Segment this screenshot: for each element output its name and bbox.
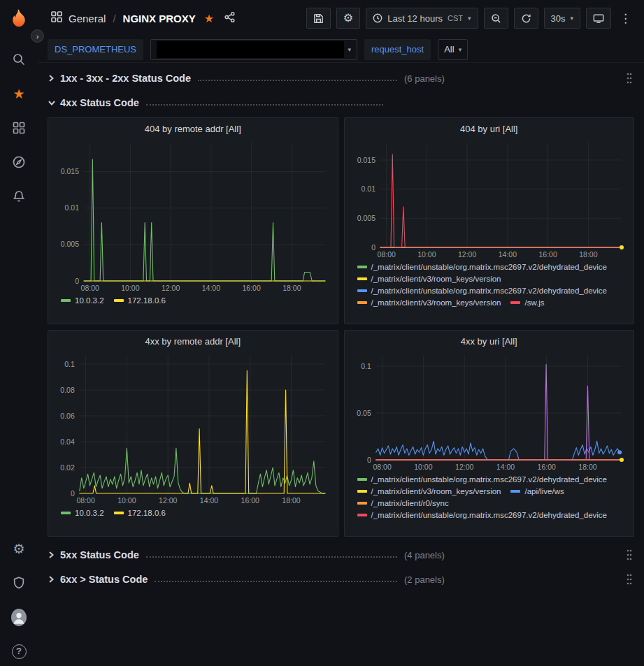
favorite-star-icon[interactable]: ★ [204,12,214,25]
legend-label: /_matrix/client/unstable/org.matrix.msc2… [371,287,608,295]
redacted-value [157,41,343,58]
panel-legend: 10.0.3.2172.18.0.6 [54,294,332,321]
breadcrumb-dashboard-title[interactable]: NGINX PROXY [123,13,196,24]
panel-title[interactable]: 404 by uri [All] [350,122,629,137]
chart-canvas[interactable]: 00.0050.010.01508:0010:0012:0014:0016:00… [350,137,629,260]
row-header-4xx[interactable]: 4xx Status Code [48,93,634,113]
avatar-icon [11,609,27,626]
dotted-leader [146,556,397,558]
panel-title[interactable]: 404 by remote addr [All] [54,122,332,137]
panel-404-by-uri: 404 by uri [All] 00.0050.010.01508:0010:… [344,117,635,324]
apps-grid-icon[interactable] [50,10,63,26]
sidebar-expand-button[interactable]: › [31,29,44,43]
dashboard-settings-button[interactable]: ⚙ [336,8,360,29]
breadcrumb-section[interactable]: General [69,13,106,24]
variable-label-ds-prometheus[interactable]: DS_PROMETHEUS [48,39,143,60]
svg-text:0.1: 0.1 [361,362,371,370]
settings-gear-icon[interactable]: ⚙ [11,541,27,556]
chevron-right-icon [48,74,60,82]
svg-text:18:00: 18:00 [282,496,300,505]
svg-text:0.05: 0.05 [357,409,371,417]
svg-text:08:00: 08:00 [373,463,391,471]
admin-shield-icon[interactable] [11,575,27,591]
chart-canvas[interactable]: 00.020.040.060.080.108:0010:0012:0014:00… [54,349,332,506]
svg-text:16:00: 16:00 [242,284,260,292]
kebab-menu-icon[interactable]: ⋮ [617,8,634,29]
save-dashboard-button[interactable] [306,8,331,29]
svg-text:0: 0 [71,489,75,498]
legend-label: 172.18.0.6 [128,296,166,305]
panel-title[interactable]: 4xx by uri [All] [350,334,629,349]
legend-item[interactable]: /_matrix/client/v3/room_keys/version [357,298,501,307]
time-series-chart[interactable]: 00.050.108:0010:0012:0014:0016:0018:00 [350,349,629,472]
starred-dashboards-icon[interactable]: ★ [11,86,27,101]
legend-item[interactable]: /_matrix/client/v3/room_keys/version [357,487,501,495]
breadcrumb-separator: / [113,13,115,24]
svg-text:10:00: 10:00 [117,496,136,505]
legend-swatch [61,512,71,514]
dotted-leader [155,581,397,582]
variable-selected-value: All [444,44,454,55]
svg-text:0.005: 0.005 [61,240,79,248]
legend-swatch [114,512,124,514]
legend-item[interactable]: 10.0.3.2 [61,509,104,517]
panel-title[interactable]: 4xx by remote addr [All] [54,334,332,349]
alerting-bell-icon[interactable] [11,189,27,204]
refresh-interval-picker[interactable]: 30s ▾ [544,8,581,29]
svg-text:14:00: 14:00 [498,250,516,259]
legend-item[interactable]: /_matrix/client/v3/room_keys/version [357,275,501,283]
time-range-picker[interactable]: Last 12 hours CST ▾ [366,8,478,29]
legend-swatch [510,490,520,493]
tv-mode-button[interactable] [586,8,611,29]
chevron-down-icon [48,99,60,106]
time-zone-label: CST [448,14,463,22]
legend-item[interactable]: 172.18.0.6 [114,296,166,305]
row-header-5xx[interactable]: 5xx Status Code (4 panels) [48,545,634,565]
dashboard-canvas: 1xx - 3xx - 2xx Status Code (6 panels) 4… [38,63,644,666]
legend-item[interactable]: /_matrix/client/unstable/org.matrix.msc2… [357,287,608,295]
row-header-1xx-3xx-2xx[interactable]: 1xx - 3xx - 2xx Status Code (6 panels) [48,68,634,88]
legend-item[interactable]: /_matrix/client/unstable/org.matrix.msc2… [357,475,608,484]
row-header-6xx[interactable]: 6xx > Status Code (2 panels) [48,570,634,589]
svg-text:18:00: 18:00 [578,463,596,471]
variable-value-ds-prometheus[interactable]: ▾ [150,39,357,60]
legend-swatch [114,299,124,302]
time-series-chart[interactable]: 00.020.040.060.080.108:0010:0012:0014:00… [54,349,332,506]
legend-item[interactable]: 172.18.0.6 [114,509,166,517]
variable-value-request-host[interactable]: All ▾ [438,39,468,60]
grafana-logo-icon[interactable] [9,8,29,28]
legend-item[interactable]: 10.0.3.2 [61,296,104,305]
chart-canvas[interactable]: 00.050.108:0010:0012:0014:0016:0018:00 [350,349,629,472]
svg-text:0: 0 [75,277,79,285]
row-drag-handle[interactable] [624,72,634,85]
help-icon[interactable]: ? [11,644,27,659]
svg-text:0.02: 0.02 [60,463,75,472]
chart-canvas[interactable]: 00.0050.010.01508:0010:0012:0014:0016:00… [54,137,332,294]
legend-item[interactable]: /api/live/ws [510,487,564,495]
legend-item[interactable]: /_matrix/client/r0/sync [357,499,449,507]
legend-item[interactable]: /sw.js [510,298,544,307]
row-drag-handle[interactable] [624,549,634,561]
refresh-button[interactable] [514,8,538,29]
panel-legend: 10.0.3.2172.18.0.6 [54,506,332,533]
row-title: 5xx Status Code [60,549,139,560]
explore-compass-icon[interactable] [11,154,27,170]
share-icon[interactable] [224,11,236,26]
legend-item[interactable]: /_matrix/client/unstable/org.matrix.msc2… [357,511,608,519]
legend-label: 10.0.3.2 [75,509,104,517]
panel-legend: /_matrix/client/unstable/org.matrix.msc2… [350,260,629,321]
legend-item[interactable]: /_matrix/client/unstable/org.matrix.msc2… [357,263,608,271]
sidebar-nav: ★ [11,52,27,204]
dashboards-grid-icon[interactable] [11,120,27,136]
time-series-chart[interactable]: 00.0050.010.01508:0010:0012:0014:0016:00… [54,137,332,294]
zoom-out-button[interactable] [484,8,508,29]
variable-label-request-host[interactable]: request_host [364,39,431,60]
legend-swatch [357,277,367,280]
search-icon[interactable] [11,52,27,67]
row-drag-handle[interactable] [624,573,634,586]
user-avatar[interactable] [11,609,27,625]
time-series-chart[interactable]: 00.0050.010.01508:0010:0012:0014:0016:00… [350,137,629,260]
gear-icon: ⚙ [343,13,353,24]
svg-text:12:00: 12:00 [457,250,475,259]
svg-text:0.06: 0.06 [60,412,75,420]
